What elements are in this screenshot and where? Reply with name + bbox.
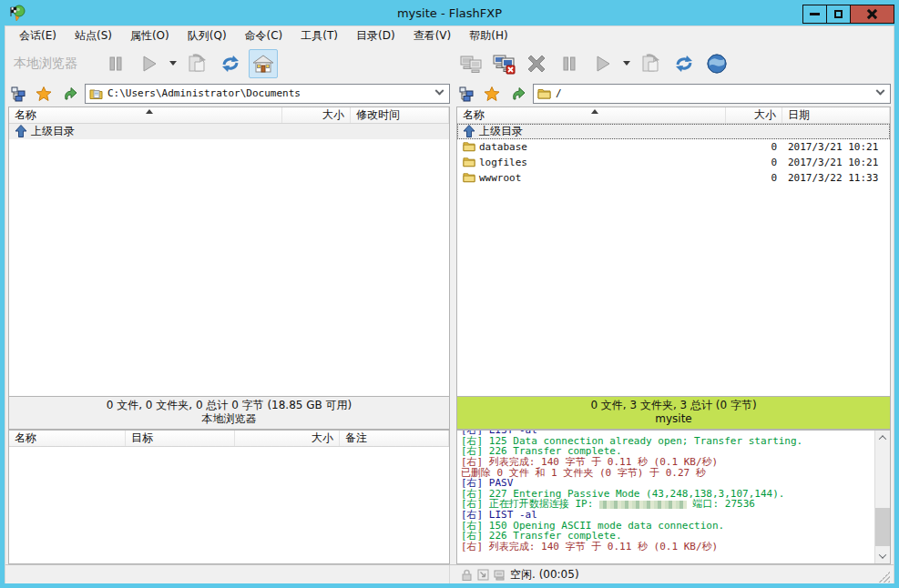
remote-site-tree-button[interactable] [456, 84, 476, 104]
item-name: database [479, 141, 527, 153]
minimize-icon [810, 13, 820, 15]
up-directory-icon [463, 125, 475, 137]
column-header-date[interactable]: 日期 [782, 107, 890, 123]
item-date: 2017/3/21 10:21 [782, 157, 890, 168]
remote-browser-pane: 名称 大小 日期 上级目录 [456, 106, 891, 430]
queue-view-icon [493, 568, 507, 582]
queue-pane-wrap: 名称 目标 大小 备注 [8, 430, 450, 564]
scroll-down-arrow[interactable] [875, 549, 890, 563]
item-name: 上级目录 [479, 124, 523, 139]
client-area: 会话(E) 站点(S) 属性(O) 队列(Q) 命令(C) 工具(T) 目录(D… [5, 25, 894, 583]
remote-connect-button[interactable] [456, 49, 485, 78]
queue-body[interactable] [9, 447, 449, 563]
minimize-button[interactable] [802, 5, 827, 24]
remote-favorites-button[interactable] [482, 84, 502, 104]
list-item-wwwroot[interactable]: wwwroot 0 2017/3/22 11:33 [457, 170, 890, 186]
maximize-button[interactable] [826, 5, 851, 24]
folder-icon [537, 87, 551, 100]
session-log[interactable]: [右] LIST -al [右] 125 Data connection alr… [456, 430, 891, 564]
remote-file-list: 名称 大小 日期 上级目录 [456, 106, 891, 397]
menu-options[interactable]: 属性(O) [122, 26, 178, 46]
local-favorites-button[interactable] [34, 84, 54, 104]
app-window: mysite - FlashFXP 会话(E) 站点(S) 属性(O) 队列(Q… [0, 0, 899, 588]
local-path-combobox[interactable]: C:\Users\Administrator\Documents [85, 84, 450, 104]
menu-directory[interactable]: 目录(D) [348, 26, 404, 46]
remote-path-combobox[interactable]: / [533, 84, 891, 104]
menubar: 会话(E) 站点(S) 属性(O) 队列(Q) 命令(C) 工具(T) 目录(D… [5, 26, 894, 46]
pause-icon [559, 54, 579, 74]
statusbar-right-panel: 空闲. (00:05) [456, 565, 891, 583]
menu-sites[interactable]: 站点(S) [66, 26, 120, 46]
menu-commands[interactable]: 命令(C) [237, 26, 291, 46]
folder-icon [463, 156, 475, 168]
local-start-button[interactable] [134, 49, 163, 78]
column-header-size[interactable]: 大小 [235, 431, 340, 446]
local-pause-button[interactable] [101, 49, 130, 78]
item-name: logfiles [479, 157, 527, 168]
chevron-down-icon[interactable] [435, 86, 444, 96]
remote-status-summary: 0 文件, 3 文件夹, 3 总计 (0 字节) [457, 399, 890, 412]
maximize-icon [834, 10, 843, 18]
status-text: 空闲. (00:05) [510, 567, 579, 583]
column-header-note[interactable]: 备注 [340, 431, 449, 446]
list-item-parent-directory[interactable]: 上级目录 [9, 124, 449, 139]
remote-globe-button[interactable] [702, 49, 731, 78]
menu-session[interactable]: 会话(E) [11, 26, 65, 46]
column-header-name[interactable]: 名称 [457, 107, 726, 123]
refresh-icon [220, 53, 241, 75]
close-button[interactable] [850, 5, 894, 24]
remote-start-button[interactable] [587, 49, 617, 78]
item-date: 2017/3/21 10:21 [782, 141, 890, 153]
log-pane-wrap: [右] LIST -al [右] 125 Data connection alr… [456, 430, 891, 564]
list-item-parent-directory[interactable]: 上级目录 [457, 124, 890, 139]
list-item-database[interactable]: database 0 2017/3/21 10:21 [457, 139, 890, 155]
item-name: wwwroot [479, 172, 521, 184]
local-start-dropdown[interactable] [167, 49, 179, 78]
go-up-icon [509, 86, 526, 102]
item-size: 0 [726, 141, 782, 153]
chevron-down-icon[interactable] [876, 86, 885, 96]
menu-queue[interactable]: 队列(Q) [179, 26, 235, 46]
column-header-mtime[interactable]: 修改时间 [351, 107, 449, 123]
local-site-tree-button[interactable] [8, 84, 28, 104]
item-size: 0 [726, 157, 782, 168]
resize-grip[interactable] [879, 572, 890, 583]
abort-icon [524, 51, 549, 76]
column-header-name[interactable]: 名称 [9, 431, 126, 446]
home-icon [252, 53, 274, 75]
remote-pause-button[interactable] [555, 49, 584, 78]
log-line: [右] 列表完成: 140 字节 于 0.11 秒 (0.1 KB/秒) [461, 542, 872, 553]
remote-transfer-button[interactable] [637, 49, 666, 78]
log-scrollbar[interactable] [874, 431, 890, 563]
remote-go-up-button[interactable] [507, 84, 527, 104]
menu-view[interactable]: 查看(V) [405, 26, 460, 46]
column-header-name[interactable]: 名称 [9, 107, 282, 123]
queue-list: 名称 目标 大小 备注 [8, 430, 450, 564]
local-file-list: 名称 大小 修改时间 上级目录 [8, 106, 450, 397]
favorite-star-icon [484, 86, 500, 102]
redacted-ip-mosaic [599, 501, 687, 509]
scroll-up-arrow[interactable] [875, 431, 890, 445]
scroll-thumb[interactable] [875, 508, 890, 546]
log-line: 已删除 0 文件 和 1 文件夹 (0 字节) 于 0.27 秒 [461, 468, 872, 479]
statusbar-left-panel [8, 565, 450, 583]
remote-pathbar: / [456, 81, 891, 106]
remote-refresh-button[interactable] [669, 49, 699, 78]
log-line: [右] 列表完成: 140 字节 于 0.11 秒 (0.1 KB/秒) [461, 457, 872, 468]
column-header-size[interactable]: 大小 [282, 107, 351, 123]
local-transfer-button[interactable] [183, 49, 212, 78]
queue-header: 名称 目标 大小 备注 [9, 431, 449, 447]
remote-start-dropdown[interactable] [620, 49, 633, 78]
column-header-target[interactable]: 目标 [126, 431, 235, 446]
local-browser-pane: 名称 大小 修改时间 上级目录 [8, 106, 450, 430]
list-item-logfiles[interactable]: logfiles 0 2017/3/21 10:21 [457, 155, 890, 170]
remote-disconnect-button[interactable] [489, 49, 518, 78]
local-path-value: C:\Users\Administrator\Documents [107, 87, 432, 99]
remote-abort-button[interactable] [522, 49, 551, 78]
local-home-button[interactable] [249, 49, 278, 78]
local-refresh-button[interactable] [216, 49, 245, 78]
column-header-size[interactable]: 大小 [726, 107, 782, 123]
local-go-up-button[interactable] [59, 84, 79, 104]
menu-tools[interactable]: 工具(T) [292, 26, 346, 46]
menu-help[interactable]: 帮助(H) [461, 26, 516, 46]
